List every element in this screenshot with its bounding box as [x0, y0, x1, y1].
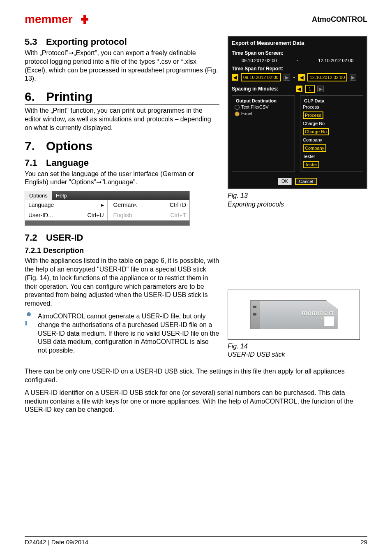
screen-end: 12.10.2012 02:00: [318, 58, 353, 63]
report-start-next-icon[interactable]: ▶: [284, 74, 290, 81]
sec6-body: With the „Print" function, you can print…: [25, 107, 219, 132]
export-dialog-title: Export of Measurement Data: [232, 40, 363, 46]
report-start-input[interactable]: 09.10.2012 02:00: [241, 73, 281, 81]
fig14-image: memmert User-ID: [228, 290, 360, 340]
export-dialog: Export of Measurement Data Time Span on …: [228, 36, 367, 189]
menu-item-user-id[interactable]: User-ID... Ctrl+U: [25, 210, 107, 220]
glp-charge-label: Charge No: [303, 121, 360, 126]
screen-start: 09.10.2012 02:00: [242, 58, 277, 63]
spacing-next-icon[interactable]: ▶: [317, 86, 324, 92]
svg-rect-2: [81, 18, 88, 21]
heading-7-2: 7.2USER-ID: [25, 232, 219, 243]
info-note: ı AtmoCONTROL cannot generate a USER-ID …: [25, 312, 219, 355]
cursor-icon: ↖: [134, 203, 138, 208]
glp-company-label: Company: [303, 137, 360, 142]
menu-help[interactable]: Help: [52, 191, 71, 200]
time-span-screen-label: Time Span on Screen:: [232, 50, 363, 56]
sec721-body: With the appliances listed in the table …: [25, 257, 219, 308]
info-note-text: AtmoCONTROL cannot generate a USER-ID fi…: [38, 312, 219, 355]
report-end-next-icon[interactable]: ▶: [350, 74, 356, 81]
page-header: memmer AtmoCONTROL: [25, 12, 367, 29]
footer-page-number: 29: [360, 538, 367, 545]
spacing-prev-icon[interactable]: ◀: [296, 86, 302, 92]
menu-options[interactable]: Options: [25, 191, 52, 200]
menu-footer-strip: [25, 220, 189, 225]
page-footer: D24042 | Date 09/2014 29: [25, 536, 367, 545]
heading-7-2-1: 7.2.1 Description: [25, 246, 219, 255]
time-span-report-label: Time Span for Report:: [232, 66, 363, 72]
info-icon: ı: [25, 312, 34, 327]
sec721-p3: A USER-ID identifier on a USER-ID USB st…: [25, 389, 367, 414]
glp-tester-input[interactable]: Tester: [303, 161, 319, 168]
ok-button[interactable]: OK: [278, 178, 292, 185]
footer-left: D24042 | Date 09/2014: [25, 538, 88, 545]
menu-item-language[interactable]: Language ▸: [25, 200, 107, 210]
chevron-right-icon: ▸: [101, 202, 104, 208]
report-end-input[interactable]: 12.10.2012 02:00: [307, 73, 348, 81]
heading-7: 7.Options: [25, 139, 219, 154]
radio-excel[interactable]: Excel: [235, 111, 292, 116]
submenu-item-english[interactable]: English Ctrl+T: [108, 210, 190, 220]
sec71-body: You can set the language of the user int…: [25, 170, 219, 187]
menu-bar: Options Help: [25, 191, 189, 200]
fig14-caption: Fig. 14 USER-ID USB stick: [228, 342, 367, 360]
radio-text-csv[interactable]: Text File/CSV: [235, 104, 292, 110]
report-start-prev-icon[interactable]: ◀: [232, 74, 238, 81]
logo: memmer: [25, 12, 95, 26]
sec53-body: With „Protocol"➞„Export", you can export…: [25, 49, 219, 83]
usb-stick-icon: memmert User-ID: [250, 300, 338, 329]
sec721-p2: There can be only one USER-ID on a USER-…: [25, 367, 367, 385]
fig13-caption: Fig. 13 Exporting protocols: [228, 192, 367, 209]
header-product-name: AtmoCONTROL: [312, 15, 367, 24]
svg-text:memmer: memmer: [25, 13, 73, 26]
glp-data-fieldset: GLP Data Process Process Charge No Charg…: [300, 95, 363, 172]
spacing-input[interactable]: 1: [305, 85, 315, 93]
output-destination-fieldset: Output Destination Text File/CSV Excel: [232, 95, 295, 172]
glp-company-input[interactable]: Company: [303, 144, 326, 152]
heading-5-3: 5.3Exporting protocol: [25, 37, 219, 47]
memmert-logo-svg: memmer: [25, 12, 95, 26]
heading-7-1: 7.1Language: [25, 158, 219, 168]
glp-tester-label: Tester: [303, 154, 360, 159]
report-end-prev-icon[interactable]: ◀: [298, 74, 305, 81]
options-menu-screenshot: Options Help Language ▸ User-ID... Ctrl+…: [25, 191, 190, 226]
submenu-item-german[interactable]: German↖ Ctrl+D: [108, 200, 190, 210]
glp-process-input[interactable]: Process: [303, 111, 323, 119]
spacing-label: Spacing in Minutes:: [232, 86, 293, 92]
heading-6: 6.Printing: [25, 90, 219, 105]
cancel-button[interactable]: Cancel: [295, 178, 317, 185]
glp-process-label: Process: [303, 104, 360, 109]
glp-charge-input[interactable]: Charge No: [303, 128, 329, 135]
